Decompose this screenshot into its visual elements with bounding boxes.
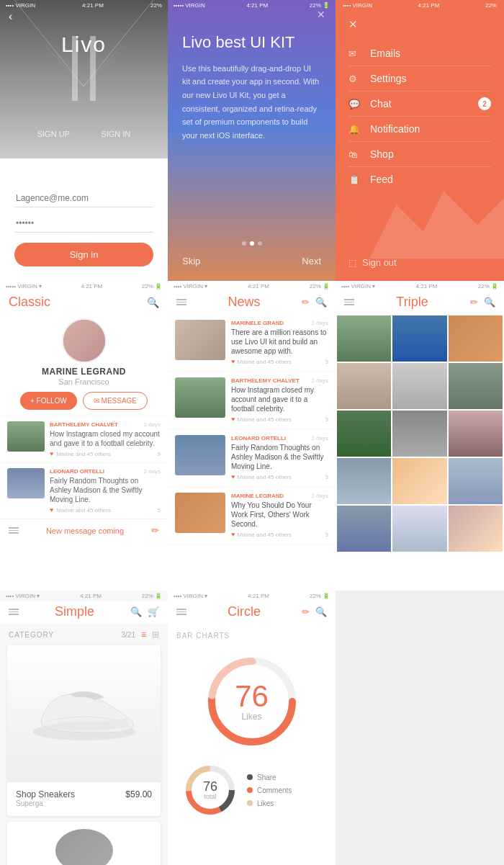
circle-search-icon[interactable]: 🔍: [315, 606, 327, 617]
profile-location: San Francisco: [58, 377, 109, 386]
sbar-time-7: 4:21 PM: [80, 593, 102, 599]
signin-button[interactable]: Sign in: [14, 243, 153, 266]
profile-name: MARINE LEGRAND: [42, 367, 126, 377]
chat-label: Chat: [370, 98, 392, 109]
triple-hamburger-icon[interactable]: [344, 299, 354, 305]
news2-likes: Marine and 45 others: [56, 507, 111, 514]
nli2-title: How Instagram closed my account and gave…: [231, 385, 328, 413]
feed-icon: 📋: [348, 174, 361, 185]
circle-panel: •••• VIRGIN ▾ 4:21 PM 22% 🔋 Circle ✏ 🔍 B…: [168, 591, 336, 865]
edit-icon[interactable]: ✏: [151, 525, 159, 536]
nli4-author: MARINE LEGRAND: [231, 493, 284, 499]
menu-close-button[interactable]: ✕: [348, 18, 491, 31]
follow-button[interactable]: + FOLLOW: [20, 392, 77, 410]
sbar-carrier-6: •••• VIRGIN ▾: [341, 283, 375, 290]
dot-1: [242, 241, 246, 246]
status-battery: 22%: [150, 2, 162, 9]
nli1-likes: Marine and 45 others: [237, 359, 292, 365]
back-button[interactable]: ‹: [9, 10, 12, 23]
status-battery-2: 22% 🔋: [310, 2, 330, 9]
settings-icon: ⚙: [348, 73, 361, 84]
news1-count: 9: [158, 451, 161, 457]
news-search-icon[interactable]: 🔍: [315, 297, 327, 308]
triple-title: Triple: [396, 295, 428, 310]
circle-edit-icon[interactable]: ✏: [302, 606, 310, 617]
menu-panel: •••• VIRGIN 4:21 PM 22% ✕ ✉ Emails ⚙ Set…: [336, 0, 504, 281]
uikit-panel: ••••• VIRGIN 4:21 PM 22% 🔋 ✕ Livo best U…: [168, 0, 336, 281]
password-input[interactable]: [14, 215, 153, 233]
triple-search-icon[interactable]: 🔍: [484, 297, 495, 308]
classic-search-icon[interactable]: 🔍: [147, 297, 159, 308]
list-view-icon[interactable]: ≡: [141, 629, 146, 640]
settings-label: Settings: [370, 73, 407, 84]
news-title: News: [228, 295, 260, 310]
app-logo: Livo: [61, 32, 107, 56]
product-card-2: [7, 822, 161, 865]
news1-time: 2 days: [143, 421, 161, 428]
product-price: $59.00: [125, 789, 152, 799]
nli3-time: 2 days: [311, 435, 328, 442]
news-list-item-1: MARINELE GRAND 2 days There are a millio…: [168, 314, 336, 372]
nli3-likes: Marine and 45 others: [237, 474, 292, 480]
nli1-author: MARINELE GRAND: [231, 320, 284, 326]
sbar-battery-7: 22% 🔋: [142, 593, 162, 599]
sbar-time-6: 4:21 PM: [416, 283, 438, 290]
nli1-title: There are a million reasons to use Livo …: [231, 328, 328, 356]
legend-share-label: Share: [257, 774, 276, 781]
status-carrier: •••• VIRGIN: [6, 2, 35, 9]
news-edit-icon[interactable]: ✏: [302, 297, 310, 308]
circle-hamburger-icon[interactable]: [176, 609, 186, 615]
simple-hamburger-icon[interactable]: [9, 609, 19, 615]
empty-panel: [336, 591, 504, 865]
nli1-count: 3: [325, 359, 328, 365]
status-time-2: 4:21 PM: [246, 2, 268, 9]
uikit-description: Use this beautifully drag-and-drop UI ki…: [182, 62, 321, 143]
news2-time: 2 days: [143, 468, 161, 475]
news-panel: •••• VIRGIN ▾ 4:21 PM 22% 🔋 News ✏ 🔍: [168, 281, 336, 591]
signout-button[interactable]: ⬚ Sign out: [348, 257, 397, 268]
signout-label: Sign out: [362, 257, 397, 268]
simple-cart-icon[interactable]: 🛒: [148, 606, 159, 617]
nli4-time: 2 days: [311, 493, 328, 499]
sbar-carrier-7: •••• VIRGIN ▾: [6, 593, 40, 599]
news-hamburger-icon[interactable]: [176, 299, 186, 305]
news-list-item-4: MARINE LEGRAND 2 days Why You Should Do …: [168, 487, 336, 544]
sbar-time-8: 4:21 PM: [248, 593, 269, 599]
circle-title: Circle: [228, 604, 261, 619]
sbar-battery-6: 22% 🔋: [478, 283, 498, 290]
news1-likes: Marine and 45 others: [56, 451, 111, 457]
nli1-time: 2 days: [311, 320, 328, 326]
triple-edit-icon[interactable]: ✏: [470, 297, 478, 308]
news2-count: 5: [158, 507, 161, 514]
status-battery-3: 22%: [485, 2, 497, 9]
close-button[interactable]: ✕: [317, 9, 325, 20]
signup-button[interactable]: SIGN UP: [37, 130, 70, 138]
new-message-label: New message coming: [46, 526, 124, 535]
hamburger-icon[interactable]: [9, 527, 19, 534]
menu-settings[interactable]: ⚙ Settings: [348, 66, 491, 91]
sbar-battery-8: 22% 🔋: [310, 593, 330, 599]
sbar-carrier-5: •••• VIRGIN ▾: [174, 283, 207, 290]
simple-panel: •••• VIRGIN ▾ 4:21 PM 22% 🔋 Simple 🔍 🛒 C…: [0, 591, 168, 865]
nli3-count: 3: [325, 474, 328, 480]
menu-notification[interactable]: 🔔 Notification: [348, 117, 491, 142]
sbar-time-5: 4:21 PM: [248, 283, 269, 290]
nli2-likes: Marine and 45 others: [237, 416, 292, 423]
classic-panel: ••••• VIRGIN ▾ 4:21 PM 22% 🔋 Classic 🔍 M…: [0, 281, 168, 591]
signin-top-button[interactable]: SIGN IN: [101, 130, 130, 138]
skip-button[interactable]: Skip: [182, 256, 200, 266]
email-input[interactable]: [14, 189, 153, 207]
message-button[interactable]: ✉ MESSAGE: [83, 392, 148, 410]
simple-search-icon[interactable]: 🔍: [130, 606, 142, 617]
nli2-author: BARTHELEMY CHALVET: [231, 377, 300, 384]
menu-emails[interactable]: ✉ Emails: [348, 41, 491, 66]
menu-chat[interactable]: 💬 Chat 2: [348, 91, 491, 117]
svg-marker-6: [369, 191, 504, 259]
nli4-title: Why You Should Do Your Work First, Other…: [231, 501, 328, 529]
triple-panel: •••• VIRGIN ▾ 4:21 PM 22% 🔋 Triple ✏ 🔍: [336, 281, 504, 591]
grid-view-icon[interactable]: ⊞: [152, 629, 159, 640]
status-carrier-3: •••• VIRGIN: [343, 2, 372, 9]
uikit-heading: Livo best UI KIT: [182, 32, 321, 53]
status-time: 4:21 PM: [82, 2, 104, 9]
next-button[interactable]: Next: [302, 256, 321, 266]
